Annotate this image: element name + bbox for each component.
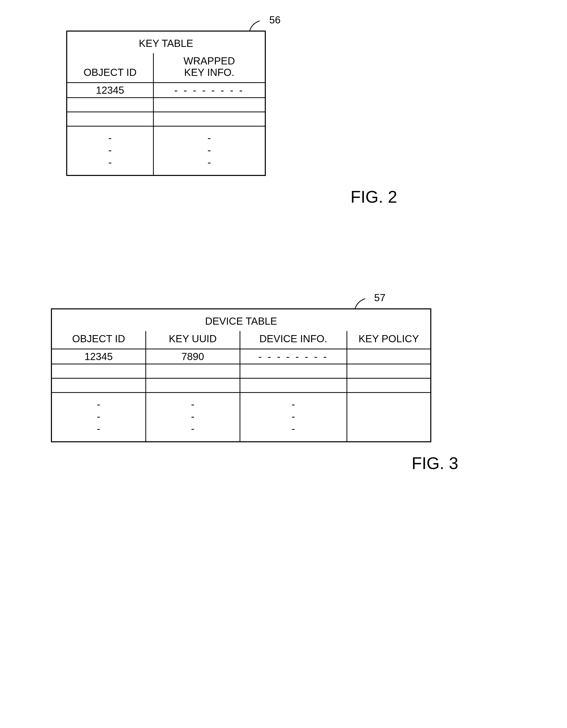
cell-object-id	[67, 98, 153, 112]
cell-key-uuid	[146, 378, 240, 393]
col-wrapped-key-line1: WRAPPED	[184, 55, 235, 66]
device-table: DEVICE TABLE OBJECT ID KEY UUID DEVICE I…	[51, 308, 431, 442]
ref-number-57: 57	[374, 292, 386, 304]
cell-object-id: 12345	[67, 83, 153, 98]
vdots: ---	[240, 393, 347, 442]
ref-number-56: 56	[269, 14, 281, 26]
cell-key-policy	[347, 349, 431, 364]
vdots: ---	[51, 393, 146, 442]
device-table-title: DEVICE TABLE	[51, 309, 431, 331]
table-vdots: --- ---	[67, 126, 265, 176]
cell-wrapped-key: - - - - - - - -	[153, 83, 265, 98]
cell-object-id: 12345	[51, 349, 146, 364]
cell-key-policy	[347, 378, 431, 393]
table-row	[67, 98, 265, 112]
cell-wrapped-key	[153, 98, 265, 112]
cell-device-info: - - - - - - - -	[240, 349, 347, 364]
vdots: ---	[146, 393, 240, 442]
vdots: ---	[67, 126, 153, 176]
col-key-uuid: KEY UUID	[146, 331, 240, 349]
table-row: 12345 7890 - - - - - - - -	[51, 349, 431, 364]
col-wrapped-key: WRAPPED KEY INFO.	[153, 53, 265, 83]
table-row: 12345 - - - - - - - -	[67, 83, 265, 98]
cell-key-uuid	[146, 364, 240, 378]
figure-caption-2: FIG. 2	[66, 187, 397, 207]
cell-object-id	[67, 112, 153, 126]
col-object-id: OBJECT ID	[67, 53, 153, 83]
ref-arc-56	[247, 18, 267, 34]
col-key-policy: KEY POLICY	[347, 331, 431, 349]
cell-key-uuid: 7890	[146, 349, 240, 364]
cell-device-info	[240, 364, 347, 378]
cell-wrapped-key	[153, 112, 265, 126]
col-device-info: DEVICE INFO.	[240, 331, 347, 349]
table-row	[51, 378, 431, 393]
vdots: ---	[153, 126, 265, 176]
table-row	[51, 364, 431, 378]
key-table-container: 56 KEY TABLE OBJECT ID WRAPPED KEY INFO.…	[66, 31, 266, 176]
cell-object-id	[51, 364, 146, 378]
key-table: KEY TABLE OBJECT ID WRAPPED KEY INFO. 12…	[66, 31, 266, 176]
table-vdots: --- --- ---	[51, 393, 431, 442]
vdots-empty	[347, 393, 431, 442]
cell-device-info	[240, 378, 347, 393]
cell-object-id	[51, 378, 146, 393]
col-wrapped-key-line2: KEY INFO.	[184, 67, 234, 78]
device-table-container: 57 DEVICE TABLE OBJECT ID KEY UUID DEVIC…	[51, 308, 431, 442]
key-table-title: KEY TABLE	[67, 31, 265, 53]
figure-caption-3: FIG. 3	[51, 454, 458, 473]
col-object-id: OBJECT ID	[51, 331, 146, 349]
table-row	[67, 112, 265, 126]
cell-key-policy	[347, 364, 431, 378]
ref-arc-57	[352, 296, 373, 311]
